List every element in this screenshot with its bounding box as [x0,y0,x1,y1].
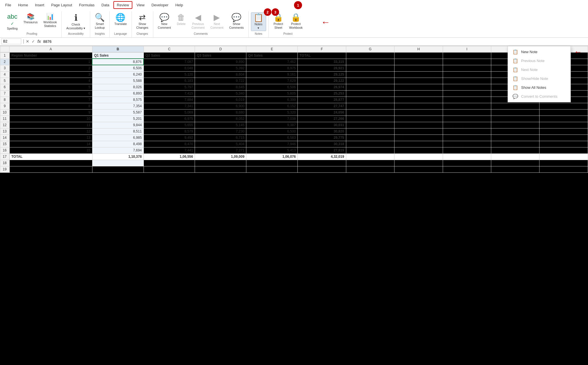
cell-C17[interactable]: 1,06,556 [144,153,195,160]
cell-B1[interactable]: Q1 Sales [92,52,144,59]
new-note-menu-item[interactable]: 📋 New Note [508,47,570,56]
comments-buttons: 💬 NewComment 🗑 Delete ◀ PreviousComment … [156,12,246,32]
previous-comment-button[interactable]: ◀ PreviousComment [189,12,207,30]
formula-icons: ✕ ✓ fx [26,39,41,44]
show-all-notes-icon: 📋 [512,85,518,90]
delete-comment-label: Delete [177,22,185,26]
col-header-A[interactable]: A [9,46,92,52]
cell-A1[interactable]: Region Number [9,52,92,59]
workbook-stats-button[interactable]: 📊 WorkbookStatistics [41,12,59,29]
formula-bar: B2 | ✕ ✓ fx 8876 [0,38,588,46]
arrow-to-new-note: ← [574,47,582,57]
table-row: 18 [0,160,588,166]
convert-to-comments-menu-item: 💬 Convert to Comments [508,92,570,101]
row-num-2: 2 [0,59,9,65]
thesaurus-button[interactable]: 📚 Thesaurus [21,12,40,25]
cell-F1[interactable]: TOTAL [298,52,346,59]
cell-G2[interactable] [346,59,394,65]
function-icon[interactable]: fx [37,39,41,44]
cell-I1[interactable] [443,52,491,59]
convert-comments-icon: 💬 [512,94,518,99]
col-header-E[interactable]: E [246,46,298,52]
table-row: 16157,6947,4417,2715,41327,819 [0,147,588,153]
menu-formulas[interactable]: Formulas [76,2,97,8]
menu-page-layout[interactable]: Page Layout [48,2,75,8]
menu-view[interactable]: View [134,2,147,8]
delete-comment-button[interactable]: 🗑 Delete [174,12,188,27]
cell-G1[interactable] [346,52,394,59]
show-changes-button[interactable]: ⇄ ShowChanges [134,12,151,30]
formula-bar-separator: | [23,39,24,44]
cell-I2[interactable] [443,59,491,65]
show-hide-note-icon: 📋 [512,76,518,81]
spelling-button[interactable]: abc✓ Spelling [5,12,20,32]
notes-group-label: Notes [255,32,262,36]
menu-home[interactable]: Home [15,2,31,8]
annotation-badge-2: 2 [264,8,271,16]
previous-note-icon: 📋 [512,58,518,64]
cell-F17[interactable]: 4,32,019 [298,153,346,160]
col-header-H[interactable]: H [394,46,443,52]
next-note-icon: 📋 [512,67,518,72]
cell-D17[interactable]: 1,09,009 [195,153,246,160]
menu-developer[interactable]: Developer [148,2,171,8]
menu-review[interactable]: Review [113,1,133,9]
formula-input[interactable]: 8876 [42,39,587,44]
next-comment-button[interactable]: ▶ NextComment [208,12,226,30]
cell-B2[interactable]: 8,876 [92,59,144,65]
translate-button[interactable]: 🌐 Translate [112,12,129,27]
cell-D1[interactable]: Q3 Sales [195,52,246,59]
show-all-notes-menu-item[interactable]: 📋 Show All Notes [508,83,570,92]
confirm-formula-icon[interactable]: ✓ [32,39,35,44]
menu-file[interactable]: File [2,2,14,8]
row-num-1: 1 [0,52,9,59]
col-header-G[interactable]: G [346,46,394,52]
cell-reference-input[interactable]: B2 [1,39,21,44]
show-hide-note-menu-item: 📋 Show/Hide Note [508,74,570,83]
ribbon-toolbar: abc✓ Spelling 📚 Thesaurus 📊 WorkbookStat… [0,10,588,38]
cell-D2[interactable]: 9,890 [195,59,246,65]
protect-sheet-label: ProtectSheet [274,22,283,29]
new-note-icon: 📋 [512,49,518,55]
table-row: 13128,5118,5797,2306,50030,820 [0,128,588,135]
cell-C1[interactable]: Q2 Sales [144,52,195,59]
cell-H2[interactable] [394,59,443,65]
check-accessibility-button[interactable]: ℹ CheckAccessibility ▾ [64,12,88,31]
language-buttons: 🌐 Translate [112,12,129,32]
ribbon-group-notes: 📋 Notes▾ Notes 2 [249,11,269,37]
cell-B17[interactable]: 1,10,378 [92,153,144,160]
menu-data[interactable]: Data [98,2,112,8]
translate-icon: 🌐 [115,14,125,22]
check-accessibility-icon: ℹ [74,14,78,22]
cancel-formula-icon[interactable]: ✕ [26,39,29,44]
ribbon-container: File Home Insert Page Layout Formulas Da… [0,0,588,46]
col-header-D[interactable]: D [195,46,246,52]
table-row: 436,2405,1208,6049,16129,125 [0,71,588,78]
cell-A17[interactable]: TOTAL [9,153,92,160]
col-header-I[interactable]: I [443,46,491,52]
cell-E17[interactable]: 1,06,076 [246,153,298,160]
cell-H1[interactable] [394,52,443,59]
show-comments-icon: 💬 [231,14,241,22]
show-all-notes-label: Show All Notes [521,85,546,90]
cell-F2[interactable]: 33,315 [298,59,346,65]
show-comments-button[interactable]: 💬 ShowComments [227,12,246,30]
col-header-F[interactable]: F [298,46,346,52]
cell-A2[interactable]: 1 [9,59,92,65]
menu-insert[interactable]: Insert [32,2,47,8]
cell-E2[interactable]: 7,462 [246,59,298,65]
cell-E1[interactable]: Q4 Sales [246,52,298,59]
col-header-B[interactable]: B [92,46,144,52]
menu-help[interactable]: Help [173,2,186,8]
ribbon-group-proofing: abc✓ Spelling 📚 Thesaurus 📊 WorkbookStat… [2,11,62,37]
spreadsheet-area: A B C D E F G H I J K 1 Region Number [0,46,588,333]
smart-lookup-button[interactable]: 🔍 SmartLookup [92,12,107,30]
spreadsheet[interactable]: A B C D E F G H I J K 1 Region Number [0,46,588,333]
new-comment-button[interactable]: 💬 NewComment [156,12,173,30]
show-changes-icon: ⇄ [139,14,146,22]
col-header-C[interactable]: C [144,46,195,52]
table-row: 987,3547,3416,9006,15227,747 [0,103,588,109]
cell-C2[interactable]: 7,087 [144,59,195,65]
language-group-label: Language [114,32,127,36]
protect-workbook-button[interactable]: 🔒 ProtectWorkbook [287,12,305,30]
